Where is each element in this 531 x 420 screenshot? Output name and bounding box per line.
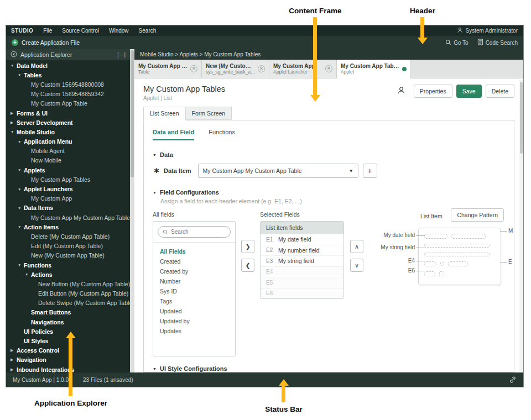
tree-item-mobile-studio[interactable]: ▼Mobile Studio: [6, 127, 130, 136]
tree-item-applets[interactable]: ▼Applets: [6, 165, 130, 175]
document-tab-2[interactable]: New (My Custom Ap...sys_sg_write_back_ac…: [202, 60, 269, 78]
menu-items: STUDIOFileSource ControlWindowSearch: [6, 28, 161, 34]
breadcrumb[interactable]: Mobile Studio > Applets > My Custom App …: [134, 49, 523, 60]
tree-item-delete-swipe-my-custom-app-table[interactable]: Delete Swipe (My Custom App Table): [6, 298, 130, 308]
tree-item-navigation[interactable]: ▶Navigation: [6, 355, 130, 365]
field-item-tags[interactable]: Tags: [153, 296, 235, 306]
tree-item-new-button-my-custom-app-table[interactable]: New Button (My Custom App Table): [6, 279, 130, 288]
selected-field-row-e5[interactable]: E5: [261, 277, 343, 288]
tree-item-functions[interactable]: ▼Functions: [6, 260, 130, 270]
annotation-application-explorer: Application Explorer: [34, 399, 107, 407]
connection-icon[interactable]: [509, 376, 517, 384]
tree-item-my-custom-app-tables[interactable]: My Custom App Tables: [6, 175, 130, 184]
content-scrollbar-thumb[interactable]: [520, 82, 523, 154]
menu-item-window[interactable]: Window: [104, 28, 134, 34]
close-icon[interactable]: ✕: [190, 65, 197, 72]
field-item-created[interactable]: Created: [153, 256, 235, 266]
tree-item-data-items[interactable]: ▼Data Items: [6, 203, 130, 213]
close-icon[interactable]: ✕: [258, 65, 265, 72]
tree-item-label: Delete (My Custom App Table): [31, 233, 110, 240]
move-down-button[interactable]: ∨: [350, 259, 363, 272]
field-config-heading[interactable]: ▼ Field Configurations: [153, 189, 505, 196]
move-right-button[interactable]: ❯: [241, 240, 254, 253]
tree-item-my-custom-app-table[interactable]: My Custom App Table: [6, 99, 130, 108]
selected-field-row-e6[interactable]: E6: [261, 288, 343, 299]
tab-list-screen[interactable]: List Screen: [143, 107, 186, 120]
tree-item-new-my-custom-app-table[interactable]: New (My Custom App Table): [6, 251, 130, 260]
search-input[interactable]: [171, 229, 226, 235]
tab-title: My Custom App Table: [138, 63, 188, 69]
tree-item-my-custom-1569548859342[interactable]: My Custom 1569548859342: [6, 90, 130, 99]
tree-item-server-development[interactable]: ▶Server Development: [6, 118, 130, 127]
tree-item-application-menu[interactable]: ▼Application Menu: [6, 137, 130, 146]
delete-button[interactable]: Delete: [486, 85, 514, 98]
tree-item-now-mobile[interactable]: Now Mobile: [6, 156, 130, 165]
tree-item-access-control[interactable]: ▶Access Control: [6, 346, 130, 355]
field-item-created-by[interactable]: Created by: [153, 266, 235, 276]
tree-item-label: UI Styles: [24, 338, 48, 344]
selected-field-row-e3[interactable]: E3My string field: [261, 255, 343, 266]
document-tab-3[interactable]: My Custom AppApplet Launcher✕: [269, 60, 337, 78]
tab-data-and-field[interactable]: Data and Field: [153, 129, 194, 140]
create-application-file-button[interactable]: + Create Application File: [6, 39, 80, 46]
field-item-updates[interactable]: Updates: [153, 326, 235, 336]
selected-field-row-e4[interactable]: E4: [261, 266, 343, 277]
tree-item-actions[interactable]: ▼Actions: [6, 270, 130, 279]
field-item-updated[interactable]: Updated: [153, 306, 235, 316]
tree-expand-arrow-icon: ▼: [11, 64, 17, 67]
explorer-icon[interactable]: [11, 51, 17, 59]
close-icon[interactable]: ✕: [325, 65, 332, 72]
tree-item-edit-button-my-custom-app-table[interactable]: Edit Button (My Custom App Table): [6, 289, 130, 298]
selected-field-row-e1[interactable]: E1My date field: [261, 234, 343, 245]
tree-item-forms-ui[interactable]: ▶Forms & UI: [6, 108, 130, 118]
tree-item-navigations[interactable]: Navigations: [6, 317, 130, 327]
field-item-updated-by[interactable]: Updated by: [153, 316, 235, 326]
tab-form-screen[interactable]: Form Screen: [186, 107, 232, 120]
tree-item-my-custom-app[interactable]: My Custom App: [6, 194, 130, 203]
tree-item-delete-my-custom-app-table[interactable]: Delete (My Custom App Table): [6, 232, 130, 241]
data-section-heading[interactable]: ▼ Data: [153, 151, 505, 158]
section-collapse-icon: ▼: [153, 191, 157, 195]
person-icon[interactable]: [395, 85, 408, 98]
document-tab-4[interactable]: My Custom App TablesApplet: [337, 60, 411, 78]
tree-item-my-custom-1569548800008[interactable]: My Custom 1569548800008: [6, 80, 130, 89]
annotation-arrow: [69, 338, 72, 396]
tree-item-my-custom-app-my-custom-app-table[interactable]: My Custom App My Custom App Table: [6, 213, 130, 222]
go-to-button[interactable]: Go To: [445, 39, 468, 46]
tree-item-action-items[interactable]: ▼Action Items: [6, 222, 130, 232]
sidebar-scrollbar[interactable]: [130, 49, 134, 372]
collapse-explorer-button[interactable]: [—]: [117, 51, 126, 57]
menu-item-source-control[interactable]: Source Control: [57, 28, 104, 34]
tree-item-smart-buttons[interactable]: Smart Buttons: [6, 308, 130, 317]
move-up-button[interactable]: ∧: [350, 240, 363, 253]
user-menu[interactable]: System Administrator: [457, 27, 523, 34]
field-search[interactable]: [158, 226, 231, 238]
content-scrollbar[interactable]: [519, 80, 523, 371]
tree-item-mobile-agent[interactable]: Mobile Agent: [6, 146, 130, 156]
tree-item-edit-my-custom-app-table[interactable]: Edit (My Custom App Table): [6, 242, 130, 251]
add-data-item-button[interactable]: +: [363, 164, 377, 178]
selected-field-row-e2[interactable]: E2My number field: [261, 245, 343, 256]
menu-item-search[interactable]: Search: [134, 28, 162, 34]
field-item-number[interactable]: Number: [153, 276, 235, 286]
menu-item-studio[interactable]: STUDIO: [6, 28, 38, 34]
sidebar-scrollbar-thumb[interactable]: [131, 50, 134, 177]
document-tab-1[interactable]: My Custom App TableTable✕: [134, 60, 202, 78]
properties-button[interactable]: Properties: [414, 85, 452, 98]
tree-item-applet-launchers[interactable]: ▼Applet Launchers: [6, 184, 130, 193]
save-button[interactable]: Save: [456, 85, 482, 98]
field-item-sys-id[interactable]: Sys ID: [153, 286, 235, 296]
tree-item-label: Edit (My Custom App Table): [31, 243, 103, 249]
tree-item-tables[interactable]: ▼Tables: [6, 70, 130, 80]
tree-item-data-model[interactable]: ▼Data Model: [6, 61, 130, 70]
menu-item-file[interactable]: File: [38, 28, 57, 34]
move-left-button[interactable]: ❮: [241, 259, 254, 272]
tree-item-inbound-integrations[interactable]: ▶Inbound Integrations: [6, 365, 130, 372]
tab-functions[interactable]: Functions: [209, 129, 235, 140]
annotation-arrow: [282, 385, 285, 402]
change-pattern-button[interactable]: Change Pattern: [451, 208, 504, 222]
code-search-button[interactable]: Code Search: [477, 39, 518, 46]
ui-style-heading[interactable]: ▼ UI Style Configurations: [153, 365, 505, 372]
data-item-select[interactable]: My Custom App My Custom App Table ▼: [198, 164, 358, 178]
field-item-all-fields[interactable]: All Fields: [153, 246, 235, 256]
